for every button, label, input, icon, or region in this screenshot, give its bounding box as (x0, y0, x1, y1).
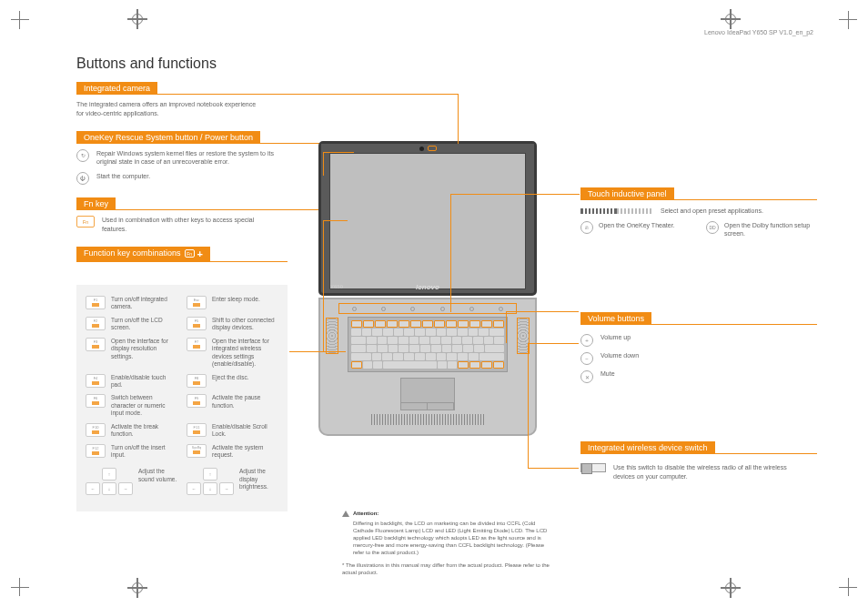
speaker-left-icon (326, 318, 338, 354)
crop-mark (11, 19, 29, 20)
function-key-table: F1Turn on/off integrated camera.EscEnter… (76, 285, 288, 511)
attention-block: Attention: Differing in backlight, the L… (342, 510, 551, 576)
key-f11-icon: F11 (187, 423, 207, 437)
registration-mark (721, 578, 741, 598)
key-f2-icon: F2 (86, 317, 106, 330)
onekey-item-text: Repair Windows system kernel files or re… (96, 149, 278, 167)
power-icon: ⏻ (76, 172, 89, 185)
section-integrated-camera: Integrated camera (76, 82, 157, 95)
right-column: Touch inductive panel Select and open pr… (580, 187, 817, 521)
camera-description: The integrated camera offers an improved… (76, 100, 258, 118)
keyboard (348, 317, 508, 372)
crop-mark (848, 11, 849, 29)
touch-item-text: Open the Dolby function setup screen. (724, 221, 815, 238)
registration-mark (127, 9, 147, 29)
wireless-switch-icon (580, 463, 606, 472)
touch-item-text: Open the OneKey Theater. (599, 221, 675, 229)
section-fn-key: Fn key (76, 197, 116, 210)
volume-arrows-icon: ↑←↓→ (86, 468, 133, 495)
camera-icon (419, 147, 424, 151)
fn-badge-icon: Fn (185, 249, 195, 258)
callout-line (323, 152, 324, 176)
callout-line (528, 468, 579, 469)
attention-text: Differing in backlight, the LCD on marke… (353, 520, 551, 556)
attention-note: * The illustrations in this manual may d… (342, 561, 551, 576)
callout-line (323, 220, 348, 221)
volume-item-text: Volume down (601, 352, 639, 359)
laptop-model: Y650 (330, 284, 343, 289)
touchpad (400, 378, 455, 410)
registration-mark (127, 578, 147, 598)
recovery-icon: ↻ (76, 149, 89, 162)
touch-panel (338, 303, 517, 314)
laptop-diagram: Y650 lenovo (318, 141, 537, 436)
crop-mark (19, 11, 20, 29)
section-volume: Volume buttons (580, 312, 651, 325)
touch-strip-icon (580, 208, 617, 214)
callout-line (506, 311, 507, 343)
touch-strip-icon (617, 208, 653, 214)
key-f10-icon: F10 (86, 423, 106, 437)
key-esc-icon: Esc (187, 296, 207, 309)
volume-item-text: Mute (601, 370, 615, 377)
callout-line (528, 343, 579, 344)
crop-mark (848, 578, 849, 596)
page-title: Buttons and functions (76, 56, 217, 72)
camera-badge-icon (428, 146, 437, 151)
callout-line (323, 220, 324, 351)
callout-line (458, 95, 459, 144)
callout-line (323, 152, 354, 153)
fn-key-icon: Fn (76, 216, 95, 228)
section-onekey-power: OneKey Rescue System button / Power butt… (76, 131, 260, 144)
key-f7-icon: F7 (187, 338, 207, 351)
laptop-brand: lenovo (416, 283, 439, 291)
volume-up-icon: ＋ (580, 334, 593, 347)
onekey-theater-icon: ⎚ (580, 221, 593, 234)
volume-item-text: Volume up (601, 334, 631, 340)
laptop-screen: Y650 lenovo (318, 141, 537, 296)
key-f4-icon: F4 (86, 374, 106, 388)
callout-line (506, 311, 579, 312)
attention-label: Attention: (353, 511, 378, 516)
wireless-text: Use this switch to disable the wireless … (613, 463, 804, 481)
onekey-item-text: Start the computer. (96, 172, 150, 181)
vent-icon (371, 414, 484, 425)
brightness-arrows-icon: ↑←↓→ (187, 468, 234, 495)
dolby-icon: DD (706, 221, 719, 234)
section-function-combos: Function key combinationsFn+ (76, 247, 210, 261)
registration-mark (721, 9, 741, 29)
callout-line (450, 194, 451, 312)
key-f5-icon: F5 (187, 317, 207, 330)
warning-icon (342, 511, 349, 517)
header-product: Lenovo IdeaPad Y650 SP V1.0_en_p2 (704, 29, 813, 35)
section-touch-panel: Touch inductive panel (580, 187, 674, 200)
fn-key-text: Used in combination with other keys to a… (102, 216, 266, 234)
key-f8-icon: F8 (187, 374, 207, 388)
key-f3-icon: F3 (86, 338, 106, 351)
crop-mark (19, 578, 20, 596)
key-f9-icon: F9 (187, 394, 207, 408)
mute-icon: ✕ (580, 370, 593, 383)
key-f1-icon: F1 (86, 296, 106, 309)
key-f6-icon: F6 (86, 394, 106, 408)
touch-lead-text: Select and open preset applications. (661, 207, 763, 214)
laptop-base (318, 298, 537, 436)
callout-line (450, 194, 580, 195)
key-f12-icon: F12 (86, 444, 106, 458)
callout-line (528, 343, 529, 469)
volume-down-icon: − (580, 352, 593, 365)
crop-mark (11, 587, 29, 588)
key-sysrq-icon: SysRq (187, 444, 207, 458)
callout-line (289, 351, 346, 352)
section-wireless-switch: Integrated wireless device switch (580, 441, 715, 454)
